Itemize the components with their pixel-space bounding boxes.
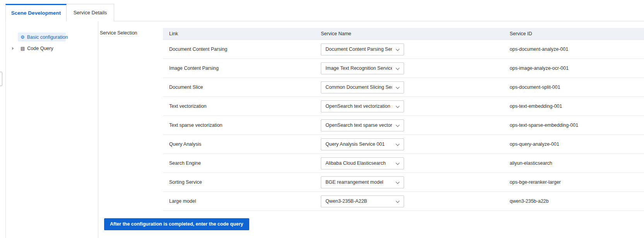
service-name-select-value: Common Document Slicing Service — [325, 82, 392, 93]
link-cell: Query Analysis — [169, 135, 201, 154]
table-row: Document Slice Common Document Slicing S… — [163, 78, 644, 97]
tab-service-details[interactable]: Service Details — [67, 4, 114, 21]
service-name-select[interactable]: OpenSearch text sparse vectorization ser… — [321, 119, 404, 131]
link-cell: Sorting Service — [169, 173, 202, 192]
table-row: Search Engine Alibaba Cloud Elasticsearc… — [163, 154, 644, 173]
sidebar-item-label: Code Query — [27, 46, 53, 51]
service-name-select-value: Qwen3-235B-A22B — [325, 196, 392, 207]
link-cell: Document Content Parsing — [169, 40, 227, 59]
collapse-handle[interactable] — [0, 72, 2, 86]
service-id-cell: aliyun-elasticsearch — [510, 154, 552, 173]
link-cell: Text vectorization — [169, 97, 207, 116]
service-id-cell: ops-document-analyze-001 — [510, 40, 568, 59]
sidebar-item-code-query[interactable]: ▤ Code Query — [18, 44, 76, 53]
table-body: Document Content Parsing Document Conten… — [163, 40, 644, 211]
service-name-select-value: Alibaba Cloud Elasticsearch — [325, 158, 392, 169]
chevron-down-icon — [396, 180, 400, 184]
link-cell: Document Slice — [169, 78, 203, 97]
tab-bar: Scene Development Service Details — [0, 4, 644, 21]
service-selection-table: Link Service Name Service ID Document Co… — [163, 28, 644, 211]
gear-icon: ⚙ — [21, 35, 25, 40]
tree-expand-caret-icon[interactable] — [12, 47, 14, 50]
service-id-cell: ops-query-analyze-001 — [510, 135, 559, 154]
service-name-select[interactable]: Common Document Slicing Service — [321, 81, 404, 93]
link-cell: Image Content Parsing — [169, 59, 219, 78]
column-header-service-id: Service ID — [510, 28, 532, 40]
service-name-select-value: BGE rearrangement model — [325, 177, 392, 188]
service-name-select[interactable]: OpenSearch text vectorization service -0… — [321, 100, 404, 112]
enter-code-query-button[interactable]: After the configuration is completed, en… — [104, 218, 249, 230]
page: Scene Development Service Details ⚙ Basi… — [0, 0, 644, 238]
table-row: Large model Qwen3-235B-A22B qwen3-235b-a… — [163, 192, 644, 211]
table-row: Document Content Parsing Document Conten… — [163, 40, 644, 59]
sidebar-divider — [98, 21, 98, 238]
table-row: Query Analysis Query Analysis Service 00… — [163, 135, 644, 154]
link-cell: Large model — [169, 192, 196, 211]
column-header-link: Link — [169, 28, 178, 40]
service-name-select-value: Query Analysis Service 001 — [325, 139, 392, 150]
content-panel: ⚙ Basic configuration ▤ Code Query Servi… — [5, 21, 644, 238]
sidebar-item-label: Basic configuration — [27, 34, 68, 40]
table-header: Link Service Name Service ID — [163, 28, 644, 40]
link-cell: Search Engine — [169, 154, 201, 173]
service-name-select[interactable]: BGE rearrangement model — [321, 176, 404, 188]
chevron-down-icon — [396, 161, 400, 165]
service-name-select[interactable]: Document Content Parsing Service — [321, 43, 404, 55]
chevron-down-icon — [396, 47, 400, 51]
service-name-select-value: Image Text Recognition Service 001 — [325, 63, 392, 74]
chevron-down-icon — [396, 199, 400, 203]
link-cell: Text sparse vectorization — [169, 116, 223, 135]
table-row: Text sparse vectorization OpenSearch tex… — [163, 116, 644, 135]
service-name-select[interactable]: Query Analysis Service 001 — [321, 138, 404, 150]
table-row: Text vectorization OpenSearch text vecto… — [163, 97, 644, 116]
service-id-cell: ops-text-embedding-001 — [510, 97, 562, 116]
list-icon: ▤ — [21, 46, 25, 51]
sidebar-item-basic-configuration[interactable]: ⚙ Basic configuration — [18, 33, 66, 41]
service-name-select[interactable]: Alibaba Cloud Elasticsearch — [321, 157, 404, 169]
column-header-service-name: Service Name — [321, 28, 351, 40]
table-row: Sorting Service BGE rearrangement model … — [163, 173, 644, 192]
service-id-cell: ops-image-analyze-ocr-001 — [510, 59, 569, 78]
service-name-select[interactable]: Qwen3-235B-A22B — [321, 195, 404, 207]
service-name-select[interactable]: Image Text Recognition Service 001 — [321, 62, 404, 74]
chevron-down-icon — [396, 66, 400, 70]
service-name-select-value: OpenSearch text sparse vectorization ser… — [325, 120, 392, 131]
service-name-select-value: OpenSearch text vectorization service -0… — [325, 101, 392, 112]
service-id-cell: qwen3-235b-a22b — [510, 192, 549, 211]
service-id-cell: ops-text-sparse-embedding-001 — [510, 116, 578, 135]
service-id-cell: ops-bge-reranker-larger — [510, 173, 561, 192]
table-row: Image Content Parsing Image Text Recogni… — [163, 59, 644, 78]
chevron-down-icon — [396, 85, 400, 89]
chevron-down-icon — [396, 104, 400, 108]
tab-scene-development[interactable]: Scene Development — [5, 4, 67, 21]
service-selection-label: Service Selection — [100, 30, 137, 36]
chevron-down-icon — [396, 142, 400, 146]
chevron-down-icon — [396, 123, 400, 127]
service-id-cell: ops-document-split-001 — [510, 78, 560, 97]
service-name-select-value: Document Content Parsing Service — [325, 44, 392, 55]
